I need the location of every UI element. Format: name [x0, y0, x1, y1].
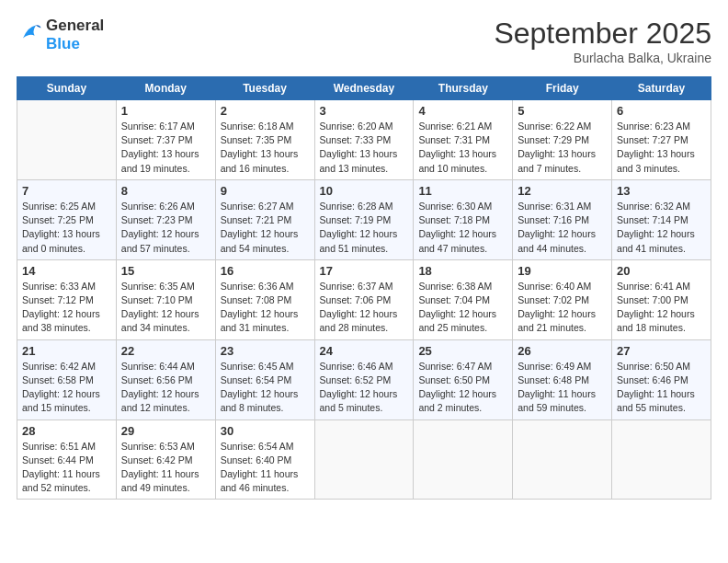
day-info: Sunrise: 6:42 AMSunset: 6:58 PMDaylight:… — [22, 360, 111, 416]
day-info: Sunrise: 6:40 AMSunset: 7:02 PMDaylight:… — [518, 280, 607, 336]
day-info: Sunrise: 6:27 AMSunset: 7:21 PMDaylight:… — [221, 200, 310, 256]
day-info: Sunrise: 6:21 AMSunset: 7:31 PMDaylight:… — [418, 120, 507, 176]
day-number: 20 — [617, 264, 706, 278]
calendar-cell: 8Sunrise: 6:26 AMSunset: 7:23 PMDaylight… — [116, 179, 215, 259]
calendar-cell: 14Sunrise: 6:33 AMSunset: 7:12 PMDayligh… — [17, 259, 117, 339]
day-info: Sunrise: 6:45 AMSunset: 6:54 PMDaylight:… — [221, 360, 310, 416]
day-info: Sunrise: 6:50 AMSunset: 6:46 PMDaylight:… — [617, 360, 706, 416]
calendar-cell: 27Sunrise: 6:50 AMSunset: 6:46 PMDayligh… — [612, 339, 711, 419]
calendar-cell — [17, 100, 117, 180]
page: General Blue September 2025 Burlacha Bal… — [0, 0, 728, 563]
calendar-cell: 6Sunrise: 6:23 AMSunset: 7:27 PMDaylight… — [612, 100, 711, 180]
day-number: 2 — [221, 104, 310, 118]
day-info: Sunrise: 6:26 AMSunset: 7:23 PMDaylight:… — [121, 200, 210, 256]
day-number: 1 — [121, 104, 210, 118]
day-number: 27 — [617, 344, 706, 358]
calendar-cell: 25Sunrise: 6:47 AMSunset: 6:50 PMDayligh… — [414, 339, 513, 419]
calendar-cell: 26Sunrise: 6:49 AMSunset: 6:48 PMDayligh… — [513, 339, 612, 419]
day-number: 8 — [121, 184, 210, 198]
day-number: 5 — [518, 104, 607, 118]
day-number: 3 — [320, 104, 409, 118]
day-info: Sunrise: 6:37 AMSunset: 7:06 PMDaylight:… — [320, 280, 409, 336]
calendar-cell: 3Sunrise: 6:20 AMSunset: 7:33 PMDaylight… — [314, 100, 414, 180]
calendar-cell: 11Sunrise: 6:30 AMSunset: 7:18 PMDayligh… — [414, 179, 513, 259]
day-info: Sunrise: 6:17 AMSunset: 7:37 PMDaylight:… — [121, 120, 210, 176]
day-number: 7 — [22, 184, 111, 198]
day-info: Sunrise: 6:30 AMSunset: 7:18 PMDaylight:… — [418, 200, 507, 256]
day-number: 6 — [617, 104, 706, 118]
day-info: Sunrise: 6:25 AMSunset: 7:25 PMDaylight:… — [22, 200, 111, 256]
title-block: September 2025 Burlacha Balka, Ukraine — [494, 17, 711, 65]
day-info: Sunrise: 6:33 AMSunset: 7:12 PMDaylight:… — [22, 280, 111, 336]
header-row: Sunday Monday Tuesday Wednesday Thursday… — [17, 77, 711, 100]
calendar-cell: 30Sunrise: 6:54 AMSunset: 6:40 PMDayligh… — [215, 419, 314, 500]
col-wednesday: Wednesday — [314, 77, 414, 100]
day-number: 21 — [22, 344, 111, 358]
day-number: 16 — [221, 264, 310, 278]
header: General Blue September 2025 Burlacha Bal… — [17, 17, 711, 65]
day-info: Sunrise: 6:51 AMSunset: 6:44 PMDaylight:… — [22, 440, 111, 496]
week-row-1: 1Sunrise: 6:17 AMSunset: 7:37 PMDaylight… — [17, 100, 711, 180]
day-number: 29 — [121, 424, 210, 438]
week-row-2: 7Sunrise: 6:25 AMSunset: 7:25 PMDaylight… — [17, 179, 711, 259]
calendar-cell: 17Sunrise: 6:37 AMSunset: 7:06 PMDayligh… — [314, 259, 414, 339]
day-info: Sunrise: 6:31 AMSunset: 7:16 PMDaylight:… — [518, 200, 607, 256]
day-info: Sunrise: 6:20 AMSunset: 7:33 PMDaylight:… — [320, 120, 409, 176]
day-info: Sunrise: 6:28 AMSunset: 7:19 PMDaylight:… — [320, 200, 409, 256]
calendar-cell: 4Sunrise: 6:21 AMSunset: 7:31 PMDaylight… — [414, 100, 513, 180]
day-info: Sunrise: 6:47 AMSunset: 6:50 PMDaylight:… — [418, 360, 507, 416]
day-info: Sunrise: 6:46 AMSunset: 6:52 PMDaylight:… — [320, 360, 409, 416]
day-number: 19 — [518, 264, 607, 278]
calendar-cell: 19Sunrise: 6:40 AMSunset: 7:02 PMDayligh… — [513, 259, 612, 339]
col-tuesday: Tuesday — [215, 77, 314, 100]
calendar-cell: 1Sunrise: 6:17 AMSunset: 7:37 PMDaylight… — [116, 100, 215, 180]
day-info: Sunrise: 6:36 AMSunset: 7:08 PMDaylight:… — [221, 280, 310, 336]
calendar-cell — [314, 419, 414, 500]
month-title: September 2025 — [494, 17, 711, 51]
day-info: Sunrise: 6:38 AMSunset: 7:04 PMDaylight:… — [418, 280, 507, 336]
day-info: Sunrise: 6:22 AMSunset: 7:29 PMDaylight:… — [518, 120, 607, 176]
day-info: Sunrise: 6:18 AMSunset: 7:35 PMDaylight:… — [221, 120, 310, 176]
day-number: 10 — [320, 184, 409, 198]
calendar-cell: 21Sunrise: 6:42 AMSunset: 6:58 PMDayligh… — [17, 339, 117, 419]
col-monday: Monday — [116, 77, 215, 100]
day-number: 9 — [221, 184, 310, 198]
day-info: Sunrise: 6:41 AMSunset: 7:00 PMDaylight:… — [617, 280, 706, 336]
calendar-cell: 23Sunrise: 6:45 AMSunset: 6:54 PMDayligh… — [215, 339, 314, 419]
calendar-table: Sunday Monday Tuesday Wednesday Thursday… — [17, 76, 711, 500]
logo-text: General Blue — [46, 17, 104, 52]
calendar-cell — [513, 419, 612, 500]
day-number: 12 — [518, 184, 607, 198]
calendar-cell: 24Sunrise: 6:46 AMSunset: 6:52 PMDayligh… — [314, 339, 414, 419]
calendar-cell — [612, 419, 711, 500]
calendar-cell: 13Sunrise: 6:32 AMSunset: 7:14 PMDayligh… — [612, 179, 711, 259]
day-info: Sunrise: 6:32 AMSunset: 7:14 PMDaylight:… — [617, 200, 706, 256]
day-number: 25 — [418, 344, 507, 358]
day-info: Sunrise: 6:54 AMSunset: 6:40 PMDaylight:… — [221, 440, 310, 496]
calendar-cell: 29Sunrise: 6:53 AMSunset: 6:42 PMDayligh… — [116, 419, 215, 500]
day-number: 26 — [518, 344, 607, 358]
calendar-cell: 2Sunrise: 6:18 AMSunset: 7:35 PMDaylight… — [215, 100, 314, 180]
day-number: 28 — [22, 424, 111, 438]
col-thursday: Thursday — [414, 77, 513, 100]
week-row-5: 28Sunrise: 6:51 AMSunset: 6:44 PMDayligh… — [17, 419, 711, 500]
col-sunday: Sunday — [17, 77, 117, 100]
day-info: Sunrise: 6:23 AMSunset: 7:27 PMDaylight:… — [617, 120, 706, 176]
day-number: 11 — [418, 184, 507, 198]
logo-bird-icon — [17, 20, 42, 46]
calendar-cell: 18Sunrise: 6:38 AMSunset: 7:04 PMDayligh… — [414, 259, 513, 339]
day-number: 30 — [221, 424, 310, 438]
day-info: Sunrise: 6:44 AMSunset: 6:56 PMDaylight:… — [121, 360, 210, 416]
day-number: 13 — [617, 184, 706, 198]
day-number: 14 — [22, 264, 111, 278]
calendar-cell: 15Sunrise: 6:35 AMSunset: 7:10 PMDayligh… — [116, 259, 215, 339]
day-number: 18 — [418, 264, 507, 278]
calendar-cell: 10Sunrise: 6:28 AMSunset: 7:19 PMDayligh… — [314, 179, 414, 259]
day-number: 24 — [320, 344, 409, 358]
col-friday: Friday — [513, 77, 612, 100]
day-number: 22 — [121, 344, 210, 358]
location: Burlacha Balka, Ukraine — [494, 51, 711, 65]
day-number: 17 — [320, 264, 409, 278]
day-info: Sunrise: 6:49 AMSunset: 6:48 PMDaylight:… — [518, 360, 607, 416]
calendar-cell: 28Sunrise: 6:51 AMSunset: 6:44 PMDayligh… — [17, 419, 117, 500]
